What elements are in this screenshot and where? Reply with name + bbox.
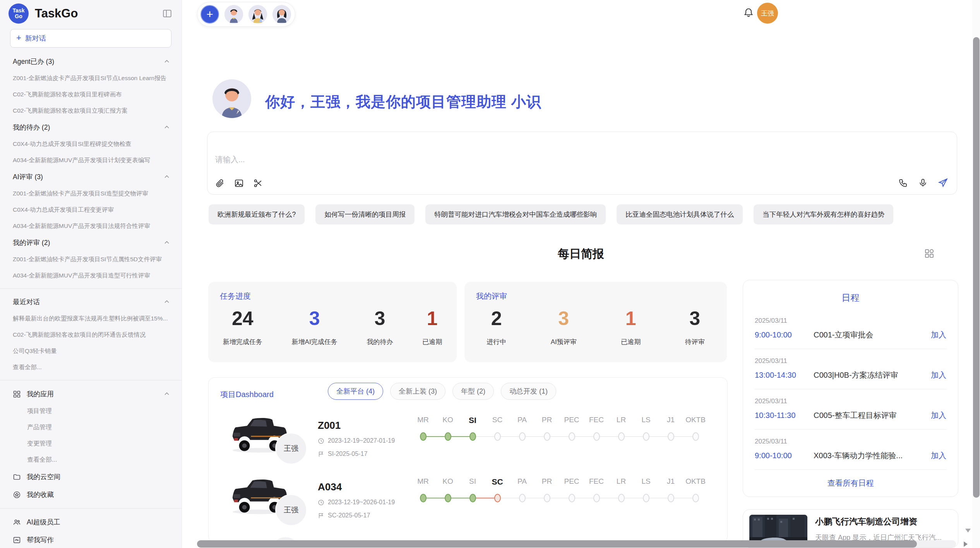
tab-powertrain[interactable]: 动总开发 (1): [501, 383, 556, 400]
section-header-agent-done[interactable]: Agent已办 (3): [0, 53, 182, 70]
project-row[interactable]: 王强 A034 2023-12-19~2026-01-19 SC-2025-05…: [209, 474, 727, 542]
suggestion-chip[interactable]: 欧洲新规最近颁布了什么?: [209, 204, 305, 224]
chevron-up-icon[interactable]: [164, 124, 170, 130]
milestone-dot-done: [469, 432, 476, 441]
view-all-link[interactable]: 查看全部...: [0, 452, 182, 468]
milestone-label: PA: [510, 416, 535, 425]
milestone-dot: [618, 494, 625, 502]
sidebar-item-project-mgmt[interactable]: 项目管理: [0, 403, 182, 419]
join-link[interactable]: 加入: [931, 330, 946, 340]
list-item[interactable]: C02-飞腾新能源轻客改款项目的闭环通告反馈情况: [0, 327, 182, 343]
list-item[interactable]: Z001-全新燃油皮卡产品开发项目SI节点Lesson Learn报告: [0, 70, 182, 86]
list-item[interactable]: C0X4-动力总成开发项目工程变更评审: [0, 202, 182, 218]
stat-value: 3: [685, 307, 705, 330]
tab-year-model[interactable]: 年型 (2): [452, 383, 494, 400]
new-chat-button[interactable]: + 新对话: [10, 29, 171, 48]
schedule-item: 2025/03/11 13:00-14:30 C003|H0B-方案冻结评审 加…: [755, 357, 946, 380]
chat-input[interactable]: [207, 132, 957, 174]
greeting-text: 你好，王强，我是你的项目管理助理 小识: [265, 92, 541, 112]
horizontal-scrollbar[interactable]: [197, 540, 956, 548]
milestone-label: PEC: [559, 477, 584, 486]
list-item[interactable]: A034-全新新能源MUV产品开发项目法规符合性评审: [0, 218, 182, 234]
schedule-time: 10:30-11:30: [755, 411, 814, 420]
dashboard-tabs: 全新平台 (4) 全新上装 (3) 年型 (2) 动总开发 (1): [328, 383, 556, 400]
section-header-my-todo[interactable]: 我的待办 (2): [0, 119, 182, 136]
section-header-my-review[interactable]: 我的评审 (2): [0, 234, 182, 251]
phone-icon[interactable]: [898, 178, 908, 188]
sidebar-item-ai-staff[interactable]: AI超级员工: [0, 513, 182, 531]
project-row[interactable]: 王强 Z001 2023-12-19~2027-01-19 SI-2025-05…: [209, 413, 727, 480]
avatar[interactable]: [224, 5, 243, 24]
list-item[interactable]: Z001-全新燃油轻卡产品开发项目SI造型提交物评审: [0, 185, 182, 202]
layout-grid-icon[interactable]: [923, 248, 935, 259]
chevron-up-icon[interactable]: [164, 58, 170, 65]
scroll-down-icon[interactable]: [965, 529, 971, 533]
flag-text: SC-2025-05-17: [328, 512, 370, 519]
avatar[interactable]: [248, 5, 267, 24]
divider: [0, 288, 182, 289]
vertical-scrollbar[interactable]: [972, 0, 980, 548]
tab-new-body[interactable]: 全新上装 (3): [390, 383, 445, 400]
avatar[interactable]: [272, 5, 291, 24]
notification-bell-icon[interactable]: [743, 7, 754, 18]
list-item[interactable]: A034-全新新能源MUV产品开发项目计划变更表编写: [0, 152, 182, 168]
chat-input-box: [207, 132, 957, 195]
sidebar-item-cloud-space[interactable]: 我的云空间: [0, 468, 182, 486]
milestone-dot-done: [420, 494, 427, 502]
horizontal-scrollbar-thumb[interactable]: [197, 540, 917, 548]
stat-value: 1: [422, 307, 442, 330]
list-item[interactable]: 解释最新出台的欧盟报废车法规再生塑料比例被调至15%...: [0, 310, 182, 327]
list-item[interactable]: C02-飞腾新能源轻客改款项目里程碑画布: [0, 86, 182, 103]
user-avatar[interactable]: 王强: [757, 3, 778, 24]
vertical-scrollbar-thumb[interactable]: [973, 37, 980, 498]
add-agent-button[interactable]: +: [200, 5, 219, 24]
chevron-up-icon[interactable]: [164, 391, 170, 397]
suggestion-chip[interactable]: 如何写一份清晰的项目周报: [315, 204, 415, 224]
scroll-right-icon[interactable]: [964, 541, 968, 547]
section-header-recent[interactable]: 最近对话: [0, 293, 182, 310]
milestone-label: KO: [435, 416, 460, 425]
sidebar-item-favorites[interactable]: 我的收藏: [0, 486, 182, 503]
stat-value: 24: [223, 307, 262, 330]
stat-value: 1: [621, 307, 641, 330]
agent-avatar-bar: +: [197, 2, 295, 27]
section-header-ai-review[interactable]: AI评审 (3): [0, 168, 182, 185]
image-icon[interactable]: [234, 178, 244, 188]
send-icon[interactable]: [938, 178, 948, 188]
chevron-up-icon[interactable]: [164, 240, 170, 246]
sidebar-item-label: 我的收藏: [27, 490, 170, 499]
sidebar-item-my-apps[interactable]: 我的应用: [0, 385, 182, 403]
mic-icon[interactable]: [918, 178, 928, 188]
chevron-up-icon[interactable]: [164, 174, 170, 180]
suggestion-chip[interactable]: 比亚迪全固态电池计划具体说了什么: [617, 204, 743, 224]
list-item[interactable]: C02-飞腾新能源轻客改款项目立项汇报方案: [0, 103, 182, 119]
project-dates: 2023-12-19~2027-01-19: [318, 437, 395, 444]
milestone-label: MR: [411, 477, 435, 486]
milestone-dot: [544, 494, 550, 502]
suggestion-chip[interactable]: 当下年轻人对汽车外观有怎样的喜好趋势: [754, 204, 893, 224]
list-item[interactable]: C0X4-动力总成开发项目SI里程碑提交物检查: [0, 136, 182, 152]
suggestion-chip[interactable]: 特朗普可能对进口汽车增税会对中国车企造成哪些影响: [425, 204, 606, 224]
tab-all-new-platform[interactable]: 全新平台 (4): [328, 383, 383, 400]
sidebar-collapse-icon[interactable]: [162, 9, 172, 19]
milestone-label-current: SI: [460, 416, 485, 425]
view-all-link[interactable]: 查看全部...: [0, 359, 182, 375]
sidebar-item-change-mgmt[interactable]: 变更管理: [0, 435, 182, 452]
section-title: AI评审 (3): [13, 172, 43, 182]
list-item[interactable]: 公司Q3轻卡销量: [0, 343, 182, 359]
list-item[interactable]: A034-全新新能源MUV产品开发项目造型可行性评审: [0, 267, 182, 284]
paperclip-icon[interactable]: [215, 178, 225, 188]
view-all-schedule-link[interactable]: 查看所有日程: [743, 478, 958, 488]
sidebar-item-help-write[interactable]: 帮我写作: [0, 531, 182, 548]
milestone-dot: [643, 494, 649, 502]
sidebar-item-label: 我的云空间: [27, 472, 170, 481]
list-item[interactable]: Z001-全新燃油轻卡产品开发项目SI节点属性5D文件评审: [0, 251, 182, 267]
sidebar-item-product-mgmt[interactable]: 产品管理: [0, 419, 182, 435]
stats-row: 2进行中 3AI预评审 1已逾期 3待评审: [464, 307, 727, 346]
join-link[interactable]: 加入: [931, 450, 946, 461]
input-tools-right: [898, 178, 948, 188]
join-link[interactable]: 加入: [931, 410, 946, 421]
join-link[interactable]: 加入: [931, 370, 946, 380]
scissors-icon[interactable]: [253, 178, 263, 188]
chevron-up-icon[interactable]: [164, 299, 170, 305]
